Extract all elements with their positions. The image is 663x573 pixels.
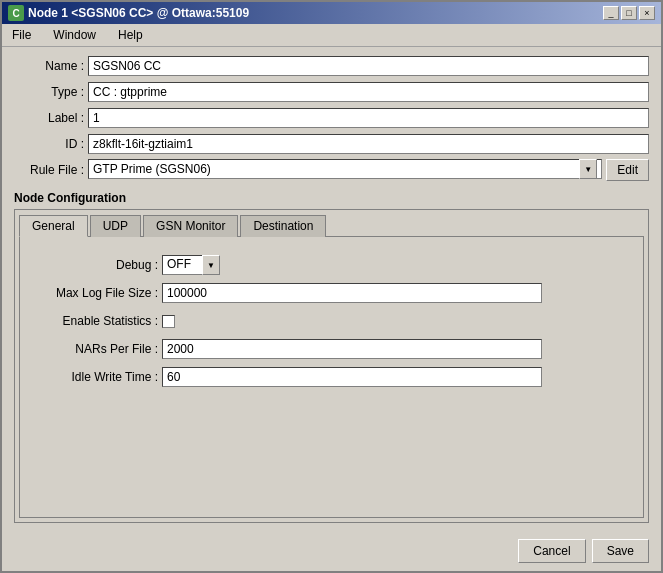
debug-label: Debug :	[28, 258, 158, 272]
maximize-button[interactable]: □	[621, 6, 637, 20]
type-row: Type :	[14, 81, 649, 103]
tab-content-general: Debug : OFF ▼ Max Log File Size : Enable…	[19, 236, 644, 518]
section-title: Node Configuration	[14, 191, 649, 205]
close-button[interactable]: ×	[639, 6, 655, 20]
rule-file-value: GTP Prime (SGSN06)	[93, 162, 211, 176]
title-buttons: _ □ ×	[603, 6, 655, 20]
label-input[interactable]	[88, 108, 649, 128]
label-row: Label :	[14, 107, 649, 129]
window-icon: C	[8, 5, 24, 21]
title-bar-left: C Node 1 <SGSN06 CC> @ Ottawa:55109	[8, 5, 249, 21]
idle-write-label: Idle Write Time :	[28, 370, 158, 384]
name-input[interactable]	[88, 56, 649, 76]
debug-value: OFF	[162, 255, 202, 275]
rule-file-dropdown-arrow[interactable]: ▼	[579, 159, 597, 179]
tab-general[interactable]: General	[19, 215, 88, 237]
tab-destination[interactable]: Destination	[240, 215, 326, 237]
main-window: C Node 1 <SGSN06 CC> @ Ottawa:55109 _ □ …	[0, 0, 663, 573]
rule-file-wrapper: GTP Prime (SGSN06) ▼ Edit	[88, 159, 649, 181]
idle-write-row: Idle Write Time :	[28, 365, 635, 389]
id-row: ID :	[14, 133, 649, 155]
debug-row: Debug : OFF ▼	[28, 253, 635, 277]
idle-write-input[interactable]	[162, 367, 542, 387]
name-row: Name :	[14, 55, 649, 77]
tabs-bar: General UDP GSN Monitor Destination	[15, 210, 648, 236]
label-label: Label :	[14, 111, 84, 125]
max-log-input[interactable]	[162, 283, 542, 303]
id-label: ID :	[14, 137, 84, 151]
enable-stats-checkbox[interactable]	[162, 315, 175, 328]
edit-button[interactable]: Edit	[606, 159, 649, 181]
bottom-bar: Cancel Save	[2, 531, 661, 571]
nars-input[interactable]	[162, 339, 542, 359]
menu-window[interactable]: Window	[47, 26, 102, 44]
debug-dropdown-arrow[interactable]: ▼	[202, 255, 220, 275]
menu-file[interactable]: File	[6, 26, 37, 44]
menu-bar: File Window Help	[2, 24, 661, 47]
name-label: Name :	[14, 59, 84, 73]
tab-udp[interactable]: UDP	[90, 215, 141, 237]
max-log-row: Max Log File Size :	[28, 281, 635, 305]
menu-help[interactable]: Help	[112, 26, 149, 44]
rule-file-row: Rule File : GTP Prime (SGSN06) ▼ Edit	[14, 159, 649, 181]
window-title: Node 1 <SGSN06 CC> @ Ottawa:55109	[28, 6, 249, 20]
debug-wrapper: OFF ▼	[162, 255, 220, 275]
minimize-button[interactable]: _	[603, 6, 619, 20]
enable-stats-row: Enable Statistics :	[28, 309, 635, 333]
max-log-label: Max Log File Size :	[28, 286, 158, 300]
node-config-section: Node Configuration General UDP GSN Monit…	[14, 191, 649, 523]
id-input[interactable]	[88, 134, 649, 154]
rule-file-label: Rule File :	[14, 163, 84, 177]
config-panel: General UDP GSN Monitor Destination Debu…	[14, 209, 649, 523]
tab-gsn-monitor[interactable]: GSN Monitor	[143, 215, 238, 237]
type-input[interactable]	[88, 82, 649, 102]
cancel-button[interactable]: Cancel	[518, 539, 585, 563]
type-label: Type :	[14, 85, 84, 99]
save-button[interactable]: Save	[592, 539, 649, 563]
nars-label: NARs Per File :	[28, 342, 158, 356]
nars-row: NARs Per File :	[28, 337, 635, 361]
title-bar: C Node 1 <SGSN06 CC> @ Ottawa:55109 _ □ …	[2, 2, 661, 24]
rule-file-select[interactable]: GTP Prime (SGSN06) ▼	[88, 159, 602, 179]
enable-stats-label: Enable Statistics :	[28, 314, 158, 328]
content-area: Name : Type : Label : ID : Rule File : G…	[2, 47, 661, 531]
